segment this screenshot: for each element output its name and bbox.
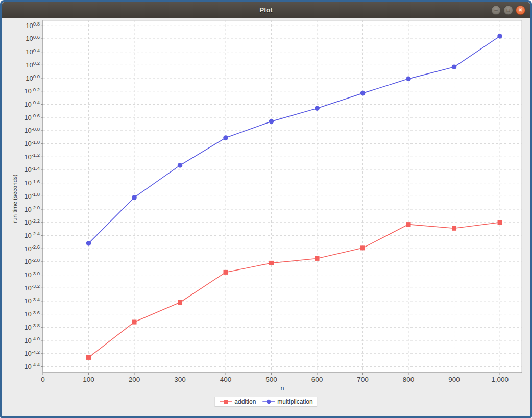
svg-text:10-2.6: 10-2.6 [24,244,40,253]
svg-text:200: 200 [129,376,140,383]
chart-area: 100.8100.6100.4100.2100.010-0.210-0.410-… [2,18,530,416]
legend-item-addition: addition [219,398,256,405]
data-point [269,261,274,265]
legend-item-multiplication: multiplication [262,398,312,405]
svg-text:10-3.8: 10-3.8 [24,323,40,331]
maximize-button[interactable]: □ [503,5,513,15]
data-point [178,300,182,305]
x-axis-title: n [43,385,522,392]
svg-text:900: 900 [448,376,460,383]
data-point [406,222,411,227]
svg-text:100.4: 100.4 [26,47,40,56]
svg-text:10-1.0: 10-1.0 [24,139,40,148]
data-point [132,195,137,200]
svg-text:0: 0 [41,376,45,383]
svg-text:10-1.8: 10-1.8 [24,191,40,200]
svg-text:100.8: 100.8 [26,21,40,30]
data-point [498,220,502,225]
maximize-icon: □ [507,8,510,12]
y-axis-title: run time (seconds) [12,174,18,223]
plot-window: Plot − □ ✕ 100.8100.6100.4100.2100.010-0… [0,0,532,418]
minimize-button[interactable]: − [491,5,501,15]
svg-text:1,000: 1,000 [491,376,509,383]
svg-text:500: 500 [265,376,277,383]
svg-text:10-0.4: 10-0.4 [24,100,40,108]
svg-text:10-4.4: 10-4.4 [24,362,40,371]
svg-text:800: 800 [403,376,415,383]
data-point [223,135,228,140]
data-point [224,270,228,275]
svg-text:10-3.0: 10-3.0 [24,271,40,279]
data-point [86,355,91,360]
svg-text:10-4.2: 10-4.2 [24,349,40,358]
multiplication-marker-icon [262,399,275,405]
data-point [315,106,320,111]
svg-text:10-0.6: 10-0.6 [24,113,40,121]
data-point [269,119,274,124]
data-point [86,241,91,246]
svg-text:10-2.2: 10-2.2 [24,218,40,227]
legend-label-addition: addition [234,398,256,405]
legend: addition multiplication [214,397,317,407]
titlebar[interactable]: Plot − □ ✕ [2,2,530,18]
window-controls: − □ ✕ [491,5,525,15]
svg-text:10-3.2: 10-3.2 [24,283,40,292]
minimize-icon: − [494,6,498,13]
legend-label-multiplication: multiplication [277,398,312,405]
data-point [360,91,366,96]
data-point [178,163,183,168]
svg-text:400: 400 [220,376,232,383]
addition-marker-icon [219,399,232,405]
svg-text:10-3.6: 10-3.6 [24,310,40,318]
svg-text:10-3.4: 10-3.4 [24,297,40,305]
data-point [406,77,411,82]
data-point [452,226,456,231]
data-point [315,256,320,261]
svg-text:10-1.2: 10-1.2 [24,152,40,161]
svg-text:100.6: 100.6 [26,34,40,43]
data-point [360,245,365,250]
chart: 100.8100.6100.4100.2100.010-0.210-0.410-… [2,18,530,416]
svg-text:10-2.0: 10-2.0 [24,205,40,213]
svg-text:10-0.2: 10-0.2 [24,87,40,95]
svg-text:10-2.4: 10-2.4 [24,231,40,239]
svg-text:300: 300 [174,376,186,383]
svg-text:100.2: 100.2 [26,60,40,69]
svg-text:10-2.8: 10-2.8 [24,257,40,265]
svg-text:10-4.0: 10-4.0 [24,336,40,345]
svg-text:100: 100 [83,376,94,383]
data-point [497,34,502,39]
svg-text:700: 700 [357,376,369,383]
close-button[interactable]: ✕ [516,5,525,15]
data-point [132,320,137,325]
svg-text:10-1.6: 10-1.6 [24,179,40,187]
svg-text:600: 600 [311,376,323,383]
svg-text:100.0: 100.0 [26,73,40,82]
window-title: Plot [259,6,273,14]
svg-text:10-1.4: 10-1.4 [24,165,40,174]
close-icon: ✕ [518,8,522,13]
svg-text:10-0.8: 10-0.8 [24,126,40,134]
data-point [452,64,457,69]
